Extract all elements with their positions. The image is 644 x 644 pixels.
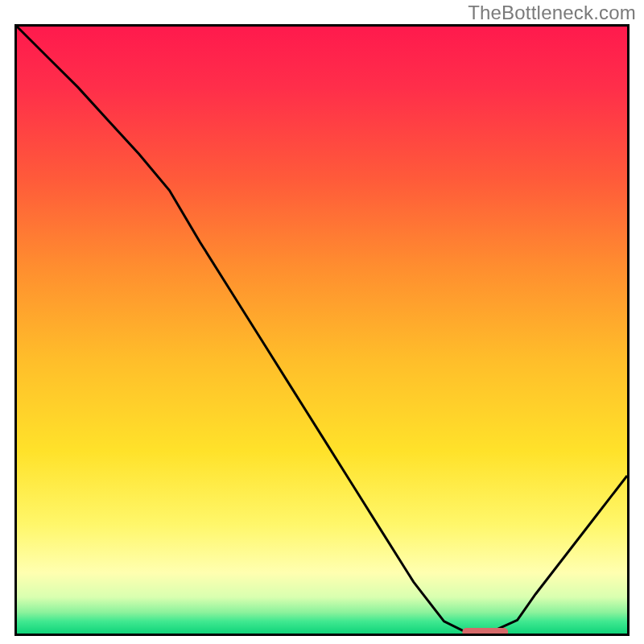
optimal-marker — [462, 628, 508, 634]
plot-svg — [17, 27, 627, 634]
chart-frame: TheBottleneck.com — [0, 0, 644, 644]
gradient-background — [17, 27, 627, 634]
watermark-label: TheBottleneck.com — [468, 2, 636, 24]
plot-area — [14, 24, 630, 636]
